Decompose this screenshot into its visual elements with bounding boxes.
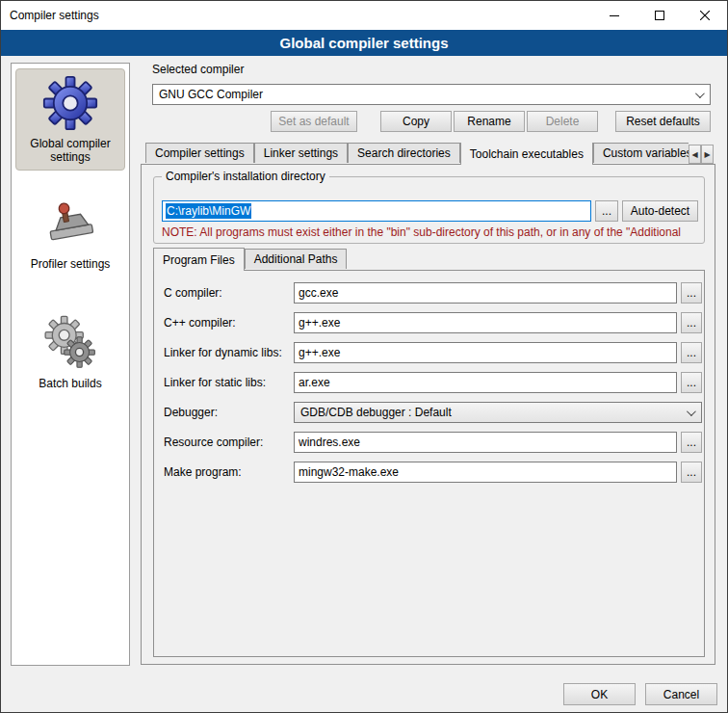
copy-button[interactable]: Copy — [380, 111, 452, 132]
debugger-select[interactable]: GDB/CDB debugger : Default — [294, 402, 702, 423]
auto-detect-button[interactable]: Auto-detect — [622, 200, 698, 222]
minimize-icon — [610, 11, 619, 20]
tab-custom-variables[interactable]: Custom variables — [593, 143, 689, 163]
field-label: Debugger: — [164, 402, 218, 423]
profiler-icon — [43, 198, 97, 251]
chevron-down-icon — [695, 89, 705, 98]
field-row-cpp-compiler: C++ compiler: ... — [154, 312, 704, 333]
set-as-default-button[interactable]: Set as default — [271, 111, 357, 132]
tab-scroll-right-button[interactable]: ▶ — [701, 145, 714, 164]
field-row-debugger: Debugger: GDB/CDB debugger : Default — [154, 402, 704, 423]
delete-button[interactable]: Delete — [527, 111, 598, 132]
compiler-select[interactable]: GNU GCC Compiler — [152, 84, 711, 105]
rename-button[interactable]: Rename — [454, 111, 525, 132]
titlebar[interactable]: Compiler settings — [1, 1, 727, 30]
program-files-tabstrip: Program Files Additional Paths — [153, 249, 347, 271]
field-row-c-compiler: C compiler: ... — [154, 282, 704, 304]
compiler-select-value: GNU GCC Compiler — [159, 88, 263, 101]
gear-icon — [42, 75, 98, 131]
tab-compiler-settings[interactable]: Compiler settings — [145, 143, 254, 163]
field-row-dynamic-linker: Linker for dynamic libs: ... — [154, 342, 704, 363]
field-label: C compiler: — [164, 282, 222, 304]
install-dir-browse-button[interactable]: ... — [595, 200, 618, 222]
main-content: Selected compiler GNU GCC Compiler Set a… — [141, 56, 715, 667]
tab-scroll-arrows: ◀ ▶ — [689, 145, 714, 164]
program-files-panel: C compiler: ... C++ compiler: ... Linker… — [153, 270, 705, 657]
cancel-button[interactable]: Cancel — [645, 683, 717, 705]
chevron-down-icon — [687, 407, 696, 416]
install-dir-note: NOTE: All programs must exist either in … — [162, 225, 701, 239]
minimize-button[interactable] — [591, 1, 637, 30]
tab-scroll-left-button[interactable]: ◀ — [689, 145, 701, 164]
resource-compiler-input[interactable] — [294, 432, 677, 453]
dynamic-linker-browse-button[interactable]: ... — [681, 342, 702, 363]
maximize-button[interactable] — [637, 1, 682, 30]
field-label: C++ compiler: — [164, 312, 236, 333]
field-row-make-program: Make program: ... — [154, 462, 704, 483]
sidebar-item-label: Profiler settings — [31, 257, 111, 271]
cpp-compiler-input[interactable] — [294, 312, 677, 333]
settings-tabstrip: Compiler settings Linker settings Search… — [145, 143, 689, 165]
sidebar-item-label: Batch builds — [39, 377, 101, 390]
make-program-input[interactable] — [294, 462, 677, 483]
maximize-icon — [655, 11, 664, 20]
tab-program-files[interactable]: Program Files — [153, 248, 245, 271]
reset-defaults-button[interactable]: Reset defaults — [615, 111, 711, 132]
sidebar-item-profiler[interactable]: Profiler settings — [15, 192, 125, 277]
dialog-header-text: Global compiler settings — [279, 35, 448, 51]
toolchain-panel: Compiler's installation directory C:\ray… — [141, 164, 715, 665]
resource-compiler-browse-button[interactable]: ... — [681, 432, 702, 453]
compiler-settings-dialog: Compiler settings Global compiler settin… — [0, 0, 728, 713]
install-dir-group-title: Compiler's installation directory — [162, 170, 329, 183]
install-dir-groupbox: Compiler's installation directory C:\ray… — [153, 176, 705, 244]
field-label: Make program: — [164, 462, 242, 483]
batch-builds-icon — [42, 315, 98, 371]
sidebar-item-label: Global compiler settings — [18, 137, 122, 164]
sidebar-item-global-compiler[interactable]: Global compiler settings — [15, 68, 125, 171]
settings-sidebar: Global compiler settings Profiler settin… — [11, 63, 130, 666]
dialog-header: Global compiler settings — [1, 30, 727, 56]
static-linker-browse-button[interactable]: ... — [681, 372, 702, 393]
cpp-compiler-browse-button[interactable]: ... — [681, 312, 702, 333]
window-title: Compiler settings — [1, 9, 99, 22]
window-controls — [591, 1, 727, 30]
field-row-static-linker: Linker for static libs: ... — [154, 372, 704, 393]
tab-linker-settings[interactable]: Linker settings — [254, 143, 348, 163]
close-button[interactable] — [682, 1, 727, 30]
debugger-select-value: GDB/CDB debugger : Default — [300, 406, 452, 419]
tab-search-directories[interactable]: Search directories — [348, 143, 460, 163]
sidebar-item-batch-builds[interactable]: Batch builds — [15, 309, 125, 396]
c-compiler-browse-button[interactable]: ... — [681, 282, 702, 304]
tab-additional-paths[interactable]: Additional Paths — [245, 249, 348, 269]
field-label: Linker for static libs: — [164, 372, 266, 393]
ok-button[interactable]: OK — [563, 683, 636, 705]
dynamic-linker-input[interactable] — [294, 342, 677, 363]
field-row-resource-compiler: Resource compiler: ... — [154, 432, 704, 453]
tab-toolchain-executables[interactable]: Toolchain executables — [460, 143, 593, 165]
field-label: Resource compiler: — [164, 432, 263, 453]
install-dir-input[interactable]: C:\raylib\MinGW — [162, 200, 591, 222]
field-label: Linker for dynamic libs: — [164, 342, 282, 363]
close-icon — [700, 11, 710, 20]
static-linker-input[interactable] — [294, 372, 677, 393]
make-program-browse-button[interactable]: ... — [681, 462, 702, 483]
install-dir-selected-text: C:\raylib\MinGW — [166, 203, 251, 219]
c-compiler-input[interactable] — [294, 282, 677, 304]
selected-compiler-label: Selected compiler — [152, 63, 244, 76]
